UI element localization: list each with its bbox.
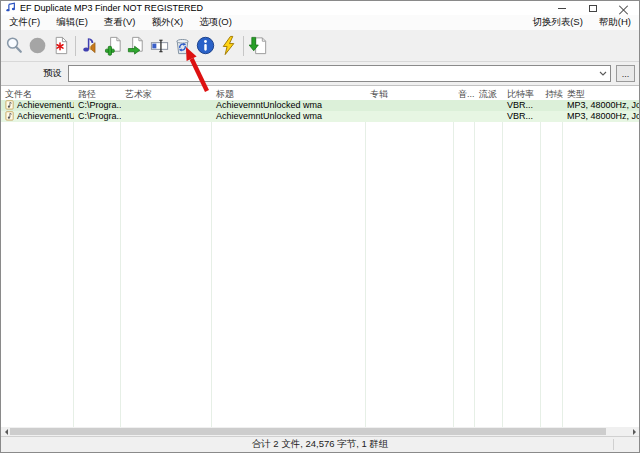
toolbar-search-button[interactable] — [3, 34, 26, 58]
menu-view[interactable]: 查看(V) — [96, 15, 144, 30]
window-title: EF Duplicate MP3 Finder NOT REGISTERED — [20, 3, 203, 13]
music-note-icon — [80, 35, 101, 56]
toolbar-play-button[interactable] — [79, 34, 102, 58]
cell-bitrate: VBR... — [503, 100, 541, 111]
move-file-icon — [126, 35, 147, 56]
toolbar-delete-button[interactable] — [171, 34, 194, 58]
minimize-button[interactable] — [546, 1, 577, 15]
column-gridline — [540, 100, 541, 427]
preset-input[interactable] — [69, 66, 596, 81]
lightning-icon — [218, 35, 239, 56]
status-summary: 合计 2 文件, 24,576 字节, 1 群组 — [252, 438, 389, 451]
column-header-artist[interactable]: 艺术家 — [121, 86, 212, 100]
toolbar-move-files-button[interactable] — [125, 34, 148, 58]
close-button[interactable] — [608, 1, 639, 15]
cell-genre — [475, 100, 503, 111]
add-file-icon — [103, 35, 124, 56]
toolbar-rename-button[interactable] — [148, 34, 171, 58]
menu-file[interactable]: 文件(F) — [1, 15, 48, 30]
recycle-bin-icon — [172, 35, 193, 56]
cell-filename: AchievementU... — [1, 111, 74, 122]
window-controls — [546, 1, 639, 15]
column-gridline — [211, 100, 212, 427]
music-file-icon — [5, 111, 15, 121]
horizontal-scrollbar[interactable] — [1, 427, 639, 436]
toolbar-stop-button[interactable] — [26, 34, 49, 58]
menu-extras[interactable]: 额外(X) — [143, 15, 191, 30]
menubar: 文件(F)编辑(E)查看(V)额外(X)选项(O) 切换列表(S)帮助(H) — [1, 15, 639, 30]
toolbar-autoselect-button[interactable] — [217, 34, 240, 58]
toolbar-separator — [243, 36, 244, 56]
cell-type: MP3, 48000Hz, Joi — [563, 111, 639, 122]
new-document-icon — [50, 35, 71, 56]
toolbar-export-button[interactable] — [247, 34, 270, 58]
cell-path: C:\Progra... — [74, 111, 121, 122]
table-header: 文件名路径艺术家标题专辑音...流派比特率持续...类型 — [1, 86, 639, 100]
cell-bitrate: VBR... — [503, 111, 541, 122]
cell-duration — [541, 100, 563, 111]
column-header-genre[interactable]: 流派 — [475, 86, 503, 100]
cell-title: AchievemntUnlocked wma — [212, 111, 366, 122]
music-file-icon — [5, 100, 15, 110]
column-gridline — [474, 100, 475, 427]
preset-browse-button[interactable]: ... — [616, 65, 635, 82]
menubar-left: 文件(F)编辑(E)查看(V)额外(X)选项(O) — [1, 15, 240, 30]
column-gridline — [120, 100, 121, 427]
cell-genre — [475, 111, 503, 122]
column-header-album[interactable]: 专辑 — [366, 86, 454, 100]
export-document-icon — [248, 35, 269, 56]
cell-album — [366, 100, 454, 111]
column-gridline — [453, 100, 454, 427]
titlebar: EF Duplicate MP3 Finder NOT REGISTERED — [1, 1, 639, 15]
stop-icon — [27, 35, 48, 56]
menu-options[interactable]: 选项(O) — [191, 15, 240, 30]
column-header-type[interactable]: 类型 — [563, 86, 639, 100]
table-row[interactable]: AchievementU...C:\Progra...AchievemntUnl… — [1, 111, 639, 122]
menu-help[interactable]: 帮助(H) — [591, 15, 639, 30]
menu-switch-list[interactable]: 切换列表(S) — [524, 15, 591, 30]
info-icon — [195, 35, 216, 56]
table-row[interactable]: AchievementU...C:\Progra...AchievemntUnl… — [1, 100, 639, 111]
menubar-right: 切换列表(S)帮助(H) — [524, 15, 639, 30]
preset-row: 预设 ... — [1, 62, 639, 86]
close-icon — [619, 4, 628, 13]
toolbar-add-files-button[interactable] — [102, 34, 125, 58]
table-body: AchievementU...C:\Progra...AchievemntUnl… — [1, 100, 639, 122]
maximize-button[interactable] — [577, 1, 608, 15]
preset-combobox[interactable] — [68, 65, 611, 82]
toolbar-separator — [75, 36, 76, 56]
cell-title: AchievemntUnlocked wma — [212, 100, 366, 111]
column-header-title[interactable]: 标题 — [212, 86, 366, 100]
menu-edit[interactable]: 编辑(E) — [48, 15, 96, 30]
maximize-icon — [589, 5, 597, 12]
cell-artist — [121, 111, 212, 122]
scroll-thumb[interactable] — [10, 428, 606, 435]
toolbar-new-search-button[interactable] — [49, 34, 72, 58]
column-header-duration[interactable]: 持续... — [541, 86, 563, 100]
column-header-path[interactable]: 路径 — [74, 86, 121, 100]
magnifier-icon — [4, 35, 25, 56]
cell-filename: AchievementU... — [1, 100, 74, 111]
column-header-filename[interactable]: 文件名 — [1, 86, 74, 100]
column-gridline — [562, 100, 563, 427]
cell-track — [454, 100, 475, 111]
app-window: EF Duplicate MP3 Finder NOT REGISTERED 文… — [0, 0, 640, 453]
chevron-down-icon[interactable] — [596, 66, 610, 81]
toolbar — [1, 30, 639, 62]
file-list: 文件名路径艺术家标题专辑音...流派比特率持续...类型 Achievement… — [1, 86, 639, 427]
cell-artist — [121, 100, 212, 111]
column-gridline — [502, 100, 503, 427]
cell-track — [454, 111, 475, 122]
rename-field-icon — [149, 35, 170, 56]
minimize-icon — [558, 8, 566, 9]
statusbar-divider — [613, 439, 614, 450]
scroll-right-button[interactable] — [630, 427, 639, 436]
toolbar-info-button[interactable] — [194, 34, 217, 58]
column-header-track[interactable]: 音... — [454, 86, 475, 100]
column-gridlines — [1, 100, 639, 427]
column-gridline — [365, 100, 366, 427]
column-header-bitrate[interactable]: 比特率 — [503, 86, 541, 100]
preset-label: 预设 — [43, 67, 62, 80]
column-gridline — [73, 100, 74, 427]
scroll-left-button[interactable] — [1, 427, 10, 436]
